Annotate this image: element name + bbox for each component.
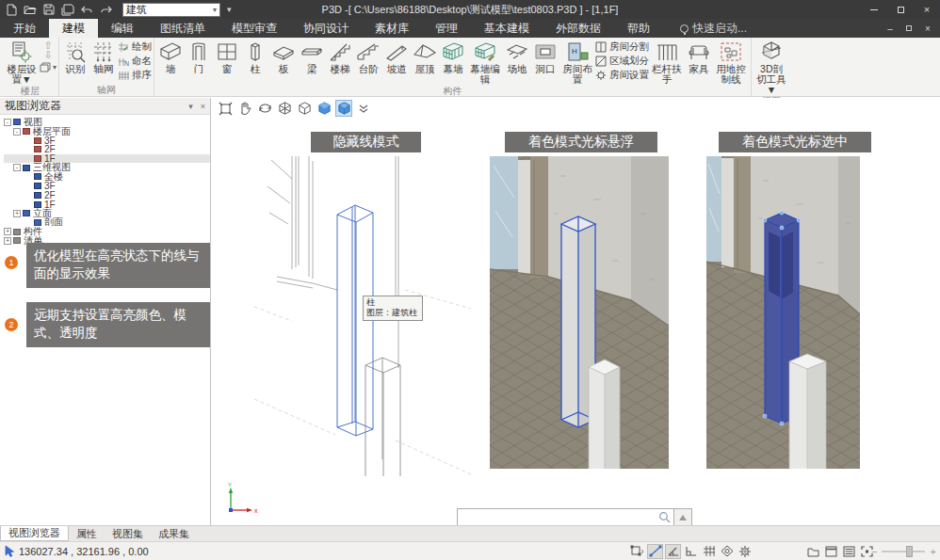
profile-select[interactable]: 建筑 ▾ — [122, 3, 220, 17]
save-all-icon[interactable] — [60, 3, 75, 16]
shaded-mode-icon[interactable] — [316, 100, 332, 117]
tab-collab-design[interactable]: 协同设计 — [290, 19, 362, 38]
curtain-wall-button[interactable]: 幕墙 — [439, 39, 467, 75]
new-file-icon[interactable] — [4, 3, 19, 16]
site-button[interactable]: 场地 — [503, 39, 531, 75]
mdi-minimize-button[interactable]: – — [882, 21, 899, 36]
window-button[interactable]: 窗 — [213, 39, 241, 75]
zone-divide-button[interactable]: 区域划分 — [595, 55, 649, 68]
roof-button[interactable]: 屋顶 — [411, 39, 439, 75]
tree-item-plan-3f[interactable]: 3F — [4, 136, 210, 145]
column-button[interactable]: 柱 — [241, 39, 269, 75]
ribbon-group-components: 墙 门 窗 柱 板 梁 楼梯 — [154, 38, 751, 96]
tree-item-elevations[interactable]: +立面 — [4, 209, 210, 218]
slab-button[interactable]: 板 — [269, 39, 298, 75]
land-control-line-button[interactable]: 用地控制线 — [713, 39, 749, 86]
zoom-track[interactable] — [882, 551, 925, 552]
toolbar-expand-icon[interactable] — [355, 100, 372, 117]
grid-identify-button[interactable]: 识别 — [61, 39, 89, 75]
ramp-button[interactable]: 坡道 — [382, 39, 411, 75]
section-tool-button[interactable]: 3D剖切工具▼ — [754, 39, 789, 96]
grid-name-button[interactable]: N 命名 — [118, 55, 152, 68]
floor-settings-button[interactable]: 楼层设置▼ — [4, 39, 40, 86]
polar-snap-icon[interactable] — [647, 544, 663, 559]
tab-material-lib[interactable]: 素材库 — [362, 19, 422, 38]
zoom-extents-icon[interactable] — [217, 100, 234, 117]
opening-button[interactable]: 洞口 — [531, 39, 559, 75]
redo-icon[interactable] — [98, 3, 113, 16]
curtain-wall-edit-button[interactable]: 幕墙编辑 — [467, 39, 503, 86]
grid-toggle-icon[interactable] — [701, 544, 717, 559]
furniture-button[interactable]: 家具 — [685, 39, 713, 75]
tree-item-3d-3f[interactable]: 3F — [4, 182, 210, 191]
zoom-in-button[interactable]: + — [930, 546, 935, 557]
panel-close-icon[interactable]: × — [201, 102, 205, 111]
steps-button[interactable]: 台阶 — [354, 39, 382, 75]
railing-button[interactable]: 栏杆扶手 — [649, 39, 685, 86]
grid-sort-button[interactable]: 排序 — [118, 69, 152, 82]
tab-edit[interactable]: 编辑 — [98, 19, 147, 38]
door-button[interactable]: 门 — [185, 39, 213, 75]
angle-snap-icon[interactable] — [665, 544, 681, 559]
zoom-handle[interactable] — [906, 546, 913, 557]
hidden-line-mode-icon[interactable] — [296, 100, 313, 117]
ortho-snap-icon[interactable] — [683, 544, 699, 559]
view-orbit-icon[interactable] — [719, 544, 735, 559]
tree-item-3d-2f[interactable]: 2F — [4, 191, 210, 200]
stairs-button[interactable]: 楼梯 — [326, 39, 354, 75]
open-file-icon[interactable] — [23, 3, 38, 16]
layer-list-icon[interactable] — [841, 544, 857, 559]
command-input[interactable] — [461, 512, 658, 523]
tab-manage[interactable]: 管理 — [422, 19, 471, 38]
floor-down-button[interactable]: ⇩ — [43, 50, 52, 59]
tree-item-3d-views[interactable]: -三维视图 — [4, 163, 210, 172]
wall-button[interactable]: 墙 — [156, 39, 185, 75]
tab-modeling[interactable]: 建模 — [49, 19, 98, 38]
qat-customize-icon[interactable]: ▾ — [227, 5, 232, 14]
close-button[interactable]: × — [914, 0, 940, 19]
mdi-restore-button[interactable] — [900, 21, 917, 36]
shaded-edges-mode-icon[interactable] — [335, 100, 352, 117]
settings-gear-icon[interactable] — [737, 544, 753, 559]
tab-start[interactable]: 开始 — [0, 19, 49, 38]
grid-axis-button[interactable]: 轴网 — [89, 39, 118, 75]
minimize-button[interactable] — [861, 0, 887, 19]
panel-pin-icon[interactable]: ▾ — [188, 102, 193, 111]
new-window-icon[interactable] — [805, 544, 821, 559]
mdi-close-button[interactable]: × — [919, 21, 936, 36]
pan-hand-icon[interactable] — [236, 100, 253, 117]
quick-launch[interactable]: 快速启动... — [680, 19, 747, 38]
room-settings-button[interactable]: 房间设置 — [595, 69, 649, 82]
tab-view-browser[interactable]: 视图浏览器 — [0, 526, 69, 541]
grid-draw-button[interactable]: 绘制 — [118, 40, 152, 54]
svg-text:x: x — [254, 507, 258, 514]
tree-item-3d-all[interactable]: 全楼 — [4, 172, 210, 182]
land-control-line-icon — [719, 40, 743, 64]
tab-external-data[interactable]: 外部数据 — [543, 19, 614, 38]
tab-properties[interactable]: 属性 — [69, 526, 105, 541]
tab-results-set[interactable]: 成果集 — [151, 526, 197, 541]
floor-copy-button[interactable]: ▾ — [40, 62, 57, 72]
door-icon — [186, 40, 211, 64]
zoom-out-button[interactable]: − — [871, 546, 877, 557]
tab-help[interactable]: 帮助 — [614, 19, 663, 38]
object-snap-icon[interactable] — [629, 544, 645, 559]
wireframe-mode-icon[interactable] — [276, 100, 293, 117]
tab-drawing-list[interactable]: 图纸清单 — [147, 19, 219, 38]
tab-basic-modeling[interactable]: 基本建模 — [471, 19, 543, 38]
room-split-button[interactable]: 房间分割 — [595, 40, 649, 54]
restore-button[interactable] — [887, 0, 914, 19]
beam-button[interactable]: 梁 — [298, 39, 326, 75]
window-layout-icon[interactable] — [823, 544, 839, 559]
save-icon[interactable] — [41, 3, 57, 16]
room-small-buttons: 房间分割 区域划分 房间设置 — [595, 39, 649, 82]
tab-view-set[interactable]: 视图集 — [105, 526, 151, 541]
tree-item-plan-2f[interactable]: 2F — [4, 145, 210, 154]
room-layout-button[interactable]: H 房间布置 — [559, 39, 595, 86]
command-expand-button[interactable] — [673, 508, 692, 526]
viewport-canvas[interactable]: 隐藏线模式 着色模式光标悬浮 着色模式光标选中 — [211, 98, 940, 525]
undo-icon[interactable] — [79, 3, 94, 16]
tree-item-floor-plans[interactable]: -楼层平面 — [4, 127, 210, 136]
orbit-icon[interactable] — [256, 100, 273, 117]
tab-model-review[interactable]: 模型审查 — [219, 19, 290, 38]
